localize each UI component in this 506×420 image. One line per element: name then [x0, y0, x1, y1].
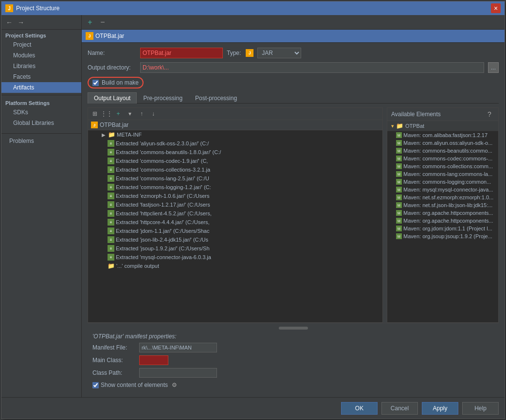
sidebar-item-project[interactable]: Project — [1, 39, 81, 50]
sidebar-item-global-libraries[interactable]: Global Libraries — [1, 118, 81, 128]
artifact-icon: J — [86, 32, 93, 40]
tree-columns-btn[interactable]: ⋮⋮ — [102, 109, 111, 119]
list-item[interactable]: M Maven: commons-logging:common... — [387, 178, 498, 186]
tab-pre-processing[interactable]: Pre-processing — [137, 92, 189, 104]
extracted-icon: ≡ — [108, 228, 114, 234]
available-help-btn[interactable]: ? — [485, 109, 494, 119]
tab-post-processing[interactable]: Post-processing — [189, 92, 243, 104]
list-item[interactable]: M Maven: mysql:mysql-connector-java... — [387, 186, 498, 193]
remove-artifact-btn[interactable]: − — [97, 17, 108, 28]
maven-icon: M — [396, 156, 402, 161]
tree-item[interactable]: ≡ Extracted 'mysql-connector-java-6.0.3.… — [88, 253, 382, 262]
build-on-make-checkbox[interactable] — [92, 80, 99, 86]
tree-item[interactable]: 📁 '...' compile output — [88, 262, 382, 270]
tree-toolbar: ⊞ ⋮⋮ + ▾ ↑ ↓ — [88, 108, 382, 120]
close-button[interactable]: × — [491, 3, 501, 13]
list-item[interactable]: M Maven: net.sf.json-lib:json-lib:jdk15:… — [387, 201, 498, 209]
tree-item[interactable]: ≡ Extracted 'commons-logging-1.2.jar/' (… — [88, 183, 382, 192]
tree-root-label: OTPBat.jar — [100, 122, 128, 128]
class-path-input[interactable] — [139, 368, 217, 378]
cancel-button[interactable]: Cancel — [381, 402, 418, 415]
extracted-icon: ≡ — [108, 192, 114, 199]
dialog-title: Project Structure — [16, 5, 491, 12]
manifest-file-input[interactable] — [139, 343, 217, 352]
sidebar-back-btn[interactable]: ← — [4, 18, 14, 27]
list-item[interactable]: M Maven: com.alibaba:fastjson:1.2.17 — [387, 131, 498, 139]
tree-add-btn[interactable]: + — [113, 109, 123, 119]
list-item[interactable]: M Maven: commons-codec:commons-... — [387, 155, 498, 162]
tree-item[interactable]: ≡ Extracted 'ezmorph-1.0.6.jar/' (C:/Use… — [88, 192, 382, 200]
show-content-checkbox[interactable] — [92, 382, 99, 388]
main-area: + − J OTPBat.jar Name: Type: — [82, 15, 505, 397]
layout-tabs: Output Layout Pre-processing Post-proces… — [88, 92, 499, 104]
extracted-icon: ≡ — [108, 175, 114, 182]
sidebar-item-libraries[interactable]: Libraries — [1, 61, 81, 71]
jar-icon: J — [91, 122, 98, 128]
selected-artifact-row[interactable]: J OTPBat.jar — [82, 30, 505, 43]
output-dir-input[interactable] — [140, 62, 484, 73]
title-bar: J Project Structure × — [1, 1, 505, 15]
maven-icon: M — [396, 140, 402, 146]
main-class-input[interactable] — [139, 355, 168, 365]
available-elements-panel: Available Elements ? ▾ 📁 OTPBat M Maven:… — [387, 107, 499, 323]
settings-gear-btn[interactable]: ⚙ — [170, 381, 179, 389]
output-dir-row: Output directory: ... — [88, 62, 499, 73]
tree-item[interactable]: ≡ Extracted 'commons-lang-2.5.jar/' (C:/… — [88, 174, 382, 183]
tree-down-btn[interactable]: ↓ — [148, 109, 158, 119]
list-item[interactable]: M Maven: commons-lang:commons-la... — [387, 170, 498, 178]
sidebar-item-artifacts[interactable]: Artifacts — [1, 82, 81, 93]
list-item[interactable]: M Maven: org.apache.httpcomponents... — [387, 209, 498, 217]
list-item[interactable]: M Maven: net.sf.ezmorph:ezmorph:1.0... — [387, 193, 498, 201]
extracted-icon: ≡ — [108, 158, 114, 164]
tree-item[interactable]: ▶ 📁 META-INF — [88, 130, 382, 139]
available-folder-label: OTPBat — [405, 123, 424, 129]
list-item[interactable]: M Maven: org.apache.httpcomponents... — [387, 217, 498, 225]
name-label: Name: — [88, 50, 136, 56]
maven-icon: M — [396, 210, 402, 216]
extracted-icon: ≡ — [108, 236, 114, 243]
app-icon: J — [5, 4, 13, 12]
tree-item[interactable]: ≡ Extracted 'httpcore-4.4.4.jar/' (C:/Us… — [88, 218, 382, 227]
sidebar-forward-btn[interactable]: → — [16, 18, 26, 27]
extracted-icon: ≡ — [108, 219, 114, 226]
list-item[interactable]: M Maven: commons-beanutils:commo... — [387, 147, 498, 155]
right-panel: Name: Type: J JAR Output directory: ... — [82, 43, 505, 397]
type-select[interactable]: JAR — [257, 48, 301, 58]
tree-up-btn[interactable]: ↑ — [137, 109, 146, 119]
tree-root-node[interactable]: J OTPBat.jar — [88, 120, 382, 130]
output-dir-browse-btn[interactable]: ... — [488, 62, 499, 73]
sidebar-item-modules[interactable]: Modules — [1, 50, 81, 61]
apply-button[interactable]: Apply — [422, 402, 458, 415]
extracted-icon: ≡ — [108, 140, 114, 147]
tree-dropdown-btn[interactable]: ▾ — [125, 109, 135, 119]
available-elements-title: Available Elements — [391, 111, 441, 118]
tree-item[interactable]: ≡ Extracted 'commons-collections-3.2.1.j… — [88, 165, 382, 174]
maven-icon: M — [396, 148, 402, 154]
available-folder-row[interactable]: ▾ 📁 OTPBat — [387, 121, 498, 131]
maven-icon: M — [396, 233, 402, 239]
tree-item[interactable]: ≡ Extracted 'jsoup-1.9.2.jar/' (C:/Users… — [88, 244, 382, 253]
tree-grid-btn[interactable]: ⊞ — [90, 109, 100, 119]
tree-item[interactable]: ≡ Extracted 'commons-beanutils-1.8.0.jar… — [88, 148, 382, 157]
help-button[interactable]: Help — [462, 402, 499, 415]
tree-item[interactable]: ≡ Extracted 'fastjson-1.2.17.jar/' (C:/U… — [88, 200, 382, 209]
class-path-row: Class Path: — [92, 368, 494, 378]
tree-item[interactable]: ≡ Extracted 'commons-codec-1.9.jar/' (C, — [88, 157, 382, 165]
sidebar-item-facets[interactable]: Facets — [1, 71, 81, 82]
tree-item[interactable]: ≡ Extracted 'jdom-1.1.jar/' (C:/Users/Sh… — [88, 227, 382, 235]
name-input[interactable] — [140, 48, 223, 58]
extracted-icon: ≡ — [108, 201, 114, 208]
type-label: Type: — [227, 50, 241, 56]
tree-item[interactable]: ≡ Extracted 'aliyun-sdk-oss-2.3.0.jar/' … — [88, 139, 382, 148]
list-item[interactable]: M Maven: commons-collections:comm... — [387, 162, 498, 170]
sidebar-item-problems[interactable]: Problems — [1, 136, 81, 146]
sidebar-item-sdks[interactable]: SDKs — [1, 107, 81, 118]
tree-item[interactable]: ≡ Extracted 'json-lib-2.4-jdk15.jar/' (C… — [88, 235, 382, 244]
list-item[interactable]: M Maven: org.jdom:jdom:1.1 (Project l... — [387, 225, 498, 232]
list-item[interactable]: M Maven: com.aliyun.oss:aliyun-sdk-o... — [387, 139, 498, 147]
add-artifact-btn[interactable]: + — [85, 17, 95, 28]
tab-output-layout[interactable]: Output Layout — [88, 92, 137, 104]
ok-button[interactable]: OK — [341, 402, 378, 415]
tree-item[interactable]: ≡ Extracted 'httpclient-4.5.2.jar/' (C:/… — [88, 209, 382, 218]
list-item[interactable]: M Maven: org.jsoup:jsoup:1.9.2 (Proje... — [387, 232, 498, 240]
